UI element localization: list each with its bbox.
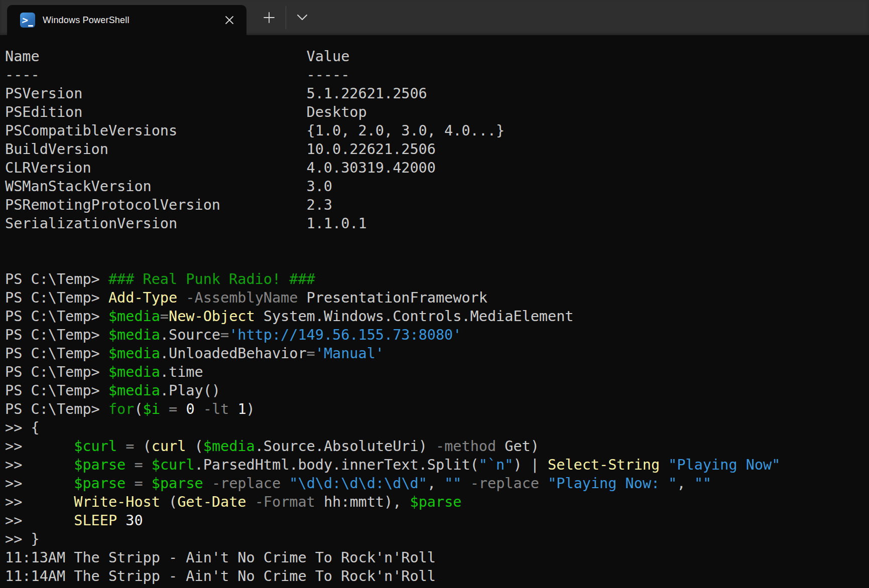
code-segment: .Play() xyxy=(160,382,220,399)
code-segment: 'http://149.56.155.73:8080' xyxy=(229,327,461,343)
code-segment: Get-Date xyxy=(177,494,246,510)
tab-bar: > Windows PowerShell xyxy=(0,0,869,35)
tab-windows-powershell[interactable]: > Windows PowerShell xyxy=(7,5,246,35)
chevron-down-icon xyxy=(297,14,308,21)
code-segment: .UnloadedBehavior xyxy=(160,345,307,362)
code-segment: 30 xyxy=(126,512,143,529)
tab-dropdown-button[interactable] xyxy=(292,8,312,28)
code-segment: = xyxy=(160,308,169,325)
code-segment: "Playing Now: " xyxy=(548,475,677,492)
powershell-icon-underscore xyxy=(28,25,33,27)
code-segment xyxy=(126,457,134,473)
code-segment: $i xyxy=(143,401,160,417)
code-segment xyxy=(195,401,203,417)
code-segment: .ParsedHtml.body.innerText.Split( xyxy=(195,457,479,473)
code-segment: PS C:\Temp> xyxy=(5,345,108,362)
terminal-line: 11:14AM The Stripp - Ain't No Crime To R… xyxy=(5,567,869,585)
code-segment: $curl xyxy=(74,438,117,455)
terminal-line: >> SLEEP 30 xyxy=(5,511,869,530)
terminal-line: PS C:\Temp> $media.Source='http://149.56… xyxy=(5,326,869,344)
code-segment xyxy=(660,457,668,473)
code-segment xyxy=(117,438,126,455)
code-segment: PS C:\Temp> xyxy=(5,382,108,399)
terminal-line xyxy=(5,585,869,588)
code-segment xyxy=(143,457,152,473)
code-segment: New-Object xyxy=(169,308,255,325)
new-tab-button[interactable] xyxy=(259,8,279,28)
code-segment xyxy=(462,475,470,492)
code-segment: "`n" xyxy=(479,457,514,473)
code-segment xyxy=(539,475,548,492)
code-segment: PresentationFramework xyxy=(298,289,487,306)
code-segment xyxy=(229,401,237,417)
code-segment: BuildVersion 10.0.22621.2506 xyxy=(5,141,436,158)
code-segment: ( xyxy=(160,494,177,510)
code-segment: $parse xyxy=(74,475,126,492)
code-segment: ( xyxy=(134,401,143,417)
tab-title: Windows PowerShell xyxy=(43,15,130,26)
terminal-line: PSEdition Desktop xyxy=(5,103,869,121)
code-segment: -replace xyxy=(212,475,281,492)
code-segment: "\d\d:\d\d:\d\d" xyxy=(289,475,427,492)
terminal-line: ---- ----- xyxy=(5,66,869,84)
code-segment: PS C:\Temp> xyxy=(5,289,108,306)
code-segment: , xyxy=(427,475,444,492)
terminal-line xyxy=(5,233,869,251)
code-segment: 0 xyxy=(186,401,194,417)
terminal-window: > Windows PowerShell Name xyxy=(0,0,869,588)
code-segment: $media xyxy=(203,438,255,455)
code-segment: = xyxy=(126,438,134,455)
code-segment: Name Value xyxy=(5,48,349,65)
code-segment: PSCompatibleVersions {1.0, 2.0, 3.0, 4.0… xyxy=(5,122,505,139)
close-tab-button[interactable] xyxy=(220,11,238,29)
code-segment xyxy=(177,401,186,417)
terminal-line: >> $parse = $curl.ParsedHtml.body.innerT… xyxy=(5,456,869,474)
code-segment: "" xyxy=(694,475,711,492)
code-segment: "" xyxy=(444,475,461,492)
terminal-line: >> } xyxy=(5,530,869,548)
code-segment: 1 xyxy=(237,401,246,417)
code-segment xyxy=(126,475,134,492)
code-segment: = xyxy=(134,475,143,492)
terminal-screen[interactable]: Name Value---- -----PSVersion 5.1.22621.… xyxy=(0,35,869,588)
code-segment: Write-Host xyxy=(74,494,160,510)
terminal-line: PSVersion 5.1.22621.2506 xyxy=(5,84,869,103)
terminal-line xyxy=(5,251,869,270)
code-segment: PSRemotingProtocolVersion 2.3 xyxy=(5,197,332,213)
code-segment: PS C:\Temp> xyxy=(5,401,108,417)
code-segment: PSEdition Desktop xyxy=(5,104,367,120)
terminal-line: 11:13AM The Stripp - Ain't No Crime To R… xyxy=(5,548,869,567)
code-segment: >> xyxy=(5,457,74,473)
terminal-line: PSCompatibleVersions {1.0, 2.0, 3.0, 4.0… xyxy=(5,121,869,140)
code-segment: SLEEP xyxy=(74,512,117,529)
terminal-line: SerializationVersion 1.1.0.1 xyxy=(5,214,869,233)
terminal-line: PS C:\Temp> $media=New-Object System.Win… xyxy=(5,307,869,326)
code-segment: -Format xyxy=(255,494,315,510)
code-segment: ---- ----- xyxy=(5,67,349,83)
code-segment: $media xyxy=(108,308,160,325)
code-segment: 11:13AM The Stripp - Ain't No Crime To R… xyxy=(5,549,436,566)
code-segment: ) | xyxy=(513,457,548,473)
terminal-line: CLRVersion 4.0.30319.42000 xyxy=(5,159,869,177)
code-segment: >> } xyxy=(5,531,40,547)
code-segment: >> xyxy=(5,475,74,492)
code-segment: PS C:\Temp> xyxy=(5,271,108,287)
code-segment xyxy=(246,494,255,510)
code-segment: $curl xyxy=(152,457,195,473)
code-segment: "Playing Now" xyxy=(668,457,780,473)
code-segment: , xyxy=(677,475,694,492)
code-segment: 'Manual' xyxy=(315,345,384,362)
code-segment: $media xyxy=(108,382,160,399)
code-segment: CLRVersion 4.0.30319.42000 xyxy=(5,160,436,176)
code-segment: -lt xyxy=(203,401,229,417)
code-segment xyxy=(160,401,169,417)
code-segment: .time xyxy=(160,364,203,380)
code-segment: WSManStackVersion 3.0 xyxy=(5,178,332,195)
code-segment: $parse xyxy=(410,494,462,510)
code-segment xyxy=(281,475,289,492)
code-segment: hh:mmtt) xyxy=(315,494,393,510)
code-segment: $media xyxy=(108,327,160,343)
code-segment: PS C:\Temp> xyxy=(5,327,108,343)
terminal-line: Name Value xyxy=(5,47,869,66)
code-segment: $parse xyxy=(152,475,203,492)
